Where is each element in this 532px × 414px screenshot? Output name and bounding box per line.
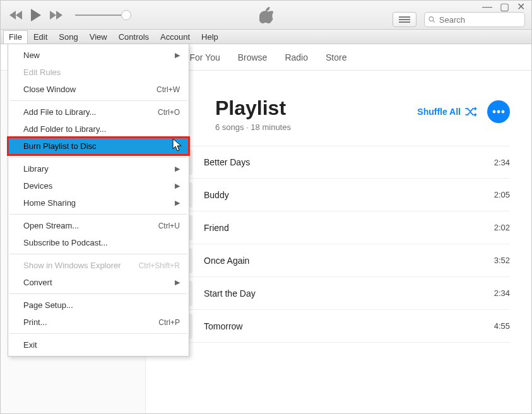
song-duration: 2:34: [478, 158, 510, 167]
song-title: Start the Day: [204, 288, 467, 299]
menu-option-label: Subscribe to Podcast...: [23, 238, 108, 247]
menu-option-print[interactable]: Print...Ctrl+P: [8, 314, 189, 331]
song-title: Tomorrow: [204, 321, 467, 331]
close-button[interactable]: ✕: [517, 2, 525, 12]
file-menu-dropdown: New▶Edit RulesClose WindowCtrl+WAdd File…: [8, 44, 189, 357]
svg-point-3: [429, 17, 434, 21]
playlist-subtitle: 6 songs · 18 minutes: [215, 122, 291, 132]
menu-option-label: New: [23, 50, 40, 60]
menu-option-add-file-to-library[interactable]: Add File to Library...Ctrl+O: [8, 104, 189, 121]
playback-controls: [1, 8, 131, 22]
menu-option-label: Page Setup...: [23, 300, 73, 310]
menu-option-shortcut: Ctrl+W: [157, 85, 180, 94]
menu-controls[interactable]: Controls: [113, 30, 155, 44]
tab-store[interactable]: Store: [317, 45, 355, 69]
song-duration: 2:05: [478, 190, 510, 199]
menu-option-page-setup[interactable]: Page Setup...: [8, 297, 189, 314]
menu-option-label: Exit: [23, 340, 37, 350]
menu-option-label: Open Stream...: [23, 221, 79, 230]
menu-option-label: Devices: [23, 181, 52, 191]
menu-option-exit[interactable]: Exit: [8, 336, 189, 353]
menu-option-convert[interactable]: Convert▶: [8, 274, 189, 291]
chevron-right-icon: ▶: [175, 165, 180, 173]
svg-rect-0: [399, 16, 410, 18]
menu-option-home-sharing[interactable]: Home Sharing▶: [8, 194, 189, 211]
menu-option-shortcut: Ctrl+O: [158, 108, 180, 117]
song-title: Buddy: [204, 190, 467, 200]
menu-option-label: Home Sharing: [23, 198, 76, 208]
menu-option-library[interactable]: Library▶: [8, 160, 189, 177]
titlebar: — ▢ ✕: [1, 1, 531, 30]
shuffle-label: Shuffle All: [417, 107, 461, 117]
play-button[interactable]: [30, 8, 42, 22]
song-row[interactable]: Tomorrow4:55: [167, 310, 510, 343]
song-title: Better Days: [204, 157, 467, 167]
menu-option-label: Edit Rules: [23, 68, 61, 77]
menu-view[interactable]: View: [84, 30, 113, 44]
menu-option-shortcut: Ctrl+P: [158, 318, 180, 327]
svg-point-6: [497, 110, 500, 114]
chevron-right-icon: ▶: [175, 51, 180, 59]
song-row[interactable]: Buddy2:05: [167, 179, 510, 211]
menu-option-label: Burn Playlist to Disc: [23, 141, 97, 151]
song-duration: 3:52: [478, 256, 510, 265]
menu-option-label: Close Window: [23, 85, 76, 94]
menu-option-label: Add Folder to Library...: [23, 124, 106, 134]
menu-song[interactable]: Song: [53, 30, 83, 44]
shuffle-icon: [464, 107, 477, 117]
apple-logo-icon: [259, 7, 273, 23]
minimize-button[interactable]: —: [482, 2, 492, 12]
shuffle-all-button[interactable]: Shuffle All: [417, 107, 477, 117]
search-icon: [429, 16, 435, 23]
svg-point-5: [493, 110, 496, 114]
cursor-icon: [172, 138, 182, 152]
song-row[interactable]: Better Days2:34: [167, 146, 510, 179]
menu-file[interactable]: File: [3, 30, 28, 44]
song-row[interactable]: Once Again3:52: [167, 244, 510, 277]
menu-option-new[interactable]: New▶: [8, 47, 189, 64]
rewind-button[interactable]: [9, 10, 23, 20]
search-box[interactable]: [424, 12, 525, 27]
window-controls: — ▢ ✕: [482, 2, 525, 12]
menu-option-close-window[interactable]: Close WindowCtrl+W: [8, 81, 189, 98]
menu-option-label: Show in Windows Explorer: [23, 261, 121, 270]
chevron-right-icon: ▶: [175, 182, 180, 190]
menu-option-subscribe-to-podcast[interactable]: Subscribe to Podcast...: [8, 234, 189, 251]
song-row[interactable]: Friend2:02: [167, 211, 510, 244]
menu-help[interactable]: Help: [196, 30, 224, 44]
menu-option-open-stream[interactable]: Open Stream...Ctrl+U: [8, 217, 189, 234]
song-title: Once Again: [204, 256, 467, 266]
svg-point-7: [502, 110, 505, 114]
more-button[interactable]: [487, 100, 510, 123]
song-duration: 2:02: [478, 223, 510, 232]
chevron-right-icon: ▶: [175, 278, 180, 287]
ellipsis-icon: [492, 110, 505, 114]
fast-forward-button[interactable]: [49, 10, 62, 20]
song-row[interactable]: Start the Day2:34: [167, 277, 510, 310]
menu-option-label: Library: [23, 164, 49, 174]
song-title: Friend: [204, 223, 467, 233]
song-list: Better Days2:34Buddy2:05Friend2:02Once A…: [146, 146, 531, 343]
main-content: Playlist 6 songs · 18 minutes Shuffle Al…: [146, 71, 531, 413]
menu-option-shortcut: Ctrl+Shift+R: [139, 261, 180, 270]
song-duration: 2:34: [478, 288, 510, 298]
svg-rect-1: [399, 19, 410, 20]
menu-option-devices[interactable]: Devices▶: [8, 177, 189, 194]
search-input[interactable]: [438, 15, 521, 25]
playlist-title: Playlist: [215, 97, 291, 120]
menu-edit[interactable]: Edit: [28, 30, 53, 44]
view-mode-button[interactable]: [393, 12, 417, 27]
tab-browse[interactable]: Browse: [229, 45, 276, 69]
maximize-button[interactable]: ▢: [500, 2, 509, 12]
chevron-right-icon: ▶: [175, 199, 180, 207]
menu-option-label: Convert: [23, 278, 52, 287]
volume-slider[interactable]: [75, 15, 131, 16]
menu-option-add-folder-to-library[interactable]: Add Folder to Library...: [8, 121, 189, 138]
menu-account[interactable]: Account: [155, 30, 196, 44]
menu-option-label: Add File to Library...: [23, 107, 96, 117]
svg-rect-2: [399, 21, 410, 23]
menu-option-burn-playlist-to-disc[interactable]: Burn Playlist to Disc: [8, 138, 189, 155]
tab-radio[interactable]: Radio: [276, 45, 317, 69]
menu-option-edit-rules: Edit Rules: [8, 64, 189, 81]
menu-option-show-in-windows-explorer: Show in Windows ExplorerCtrl+Shift+R: [8, 257, 189, 274]
